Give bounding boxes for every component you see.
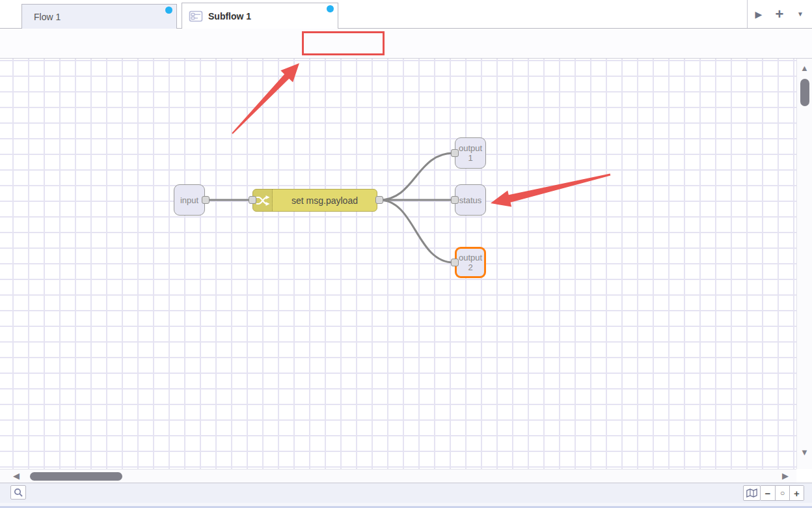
chevron-down-icon: ▼ bbox=[797, 10, 804, 18]
change-node-output-port[interactable] bbox=[375, 196, 383, 204]
change-node[interactable]: set msg.payload bbox=[252, 189, 377, 212]
tabbar-separator bbox=[747, 0, 748, 28]
subflow-output2-node[interactable]: output 2 bbox=[455, 247, 486, 278]
tab-subflow-1[interactable]: Subflow 1 bbox=[182, 3, 338, 29]
output1-node-label: output bbox=[459, 143, 482, 153]
output1-node-number: 1 bbox=[468, 153, 472, 163]
scroll-up-icon[interactable]: ▲ bbox=[800, 64, 809, 73]
scroll-down-icon[interactable]: ▼ bbox=[800, 448, 809, 457]
zoom-controls-group: − ○ + bbox=[760, 485, 804, 501]
vertical-scrollbar[interactable]: ▲ ▼ bbox=[796, 59, 812, 469]
scroll-left-icon[interactable]: ◀ bbox=[13, 472, 20, 481]
tab-subflow-1-label: Subflow 1 bbox=[208, 11, 251, 21]
search-button[interactable] bbox=[10, 485, 26, 500]
shuffle-icon bbox=[256, 195, 270, 206]
search-icon bbox=[14, 488, 23, 497]
output2-node-number: 2 bbox=[468, 262, 472, 272]
unsaved-changes-dot bbox=[327, 5, 334, 12]
subflow-input-node[interactable]: input bbox=[174, 184, 205, 216]
zoom-in-button[interactable]: + bbox=[789, 486, 804, 500]
zoom-out-button[interactable]: − bbox=[761, 486, 775, 500]
zoom-reset-button[interactable]: ○ bbox=[775, 486, 789, 500]
scroll-right-icon[interactable]: ▶ bbox=[782, 472, 789, 481]
wire-change-to-output2[interactable] bbox=[379, 200, 453, 262]
subflow-icon bbox=[189, 10, 203, 22]
flow-tab-bar: Flow 1 Subflow 1 ▶ + ▼ bbox=[0, 0, 812, 29]
output1-node-input-port[interactable] bbox=[451, 149, 459, 157]
plus-icon: + bbox=[776, 6, 784, 23]
horizontal-scrollbar[interactable]: ◀ ▶ bbox=[0, 469, 796, 483]
change-node-input-port[interactable] bbox=[249, 196, 256, 204]
subflow-toolbar: ✎ edit properties inputs: 0 1 outputs: −… bbox=[0, 29, 812, 59]
next-tab-button[interactable]: ▶ bbox=[748, 0, 769, 28]
vertical-scrollbar-thumb[interactable] bbox=[800, 79, 809, 106]
tab-flow-1-label: Flow 1 bbox=[34, 12, 61, 22]
footer-bar: − ○ + bbox=[0, 483, 812, 503]
status-node-input-port[interactable] bbox=[451, 196, 459, 204]
navigator-map-button[interactable] bbox=[743, 485, 761, 501]
workspace-canvas[interactable]: input set msg.payload output 1 status ou… bbox=[0, 59, 796, 469]
output2-node-input-port[interactable] bbox=[451, 259, 459, 266]
change-node-label: set msg.payload bbox=[273, 190, 377, 211]
next-tab-icon: ▶ bbox=[755, 9, 763, 20]
node-red-editor: Flow 1 Subflow 1 ▶ + ▼ ✎ e bbox=[0, 0, 812, 508]
wire-change-to-output1[interactable] bbox=[379, 153, 453, 200]
input-node-output-port[interactable] bbox=[202, 196, 210, 204]
add-flow-button[interactable]: + bbox=[769, 0, 790, 28]
status-node-canvas-label: status bbox=[459, 195, 482, 205]
map-icon bbox=[746, 488, 757, 498]
unsaved-changes-dot bbox=[165, 7, 172, 14]
input-node-label: input bbox=[180, 195, 198, 205]
wires-layer bbox=[0, 59, 796, 469]
horizontal-scrollbar-thumb[interactable] bbox=[30, 472, 122, 481]
window-bottom-edge bbox=[0, 503, 812, 508]
subflow-status-node[interactable]: status bbox=[455, 184, 486, 216]
subflow-output1-node[interactable]: output 1 bbox=[455, 137, 486, 169]
tab-menu-button[interactable]: ▼ bbox=[790, 0, 811, 28]
output2-node-label: output bbox=[459, 253, 482, 262]
tab-flow-1[interactable]: Flow 1 bbox=[21, 4, 177, 29]
